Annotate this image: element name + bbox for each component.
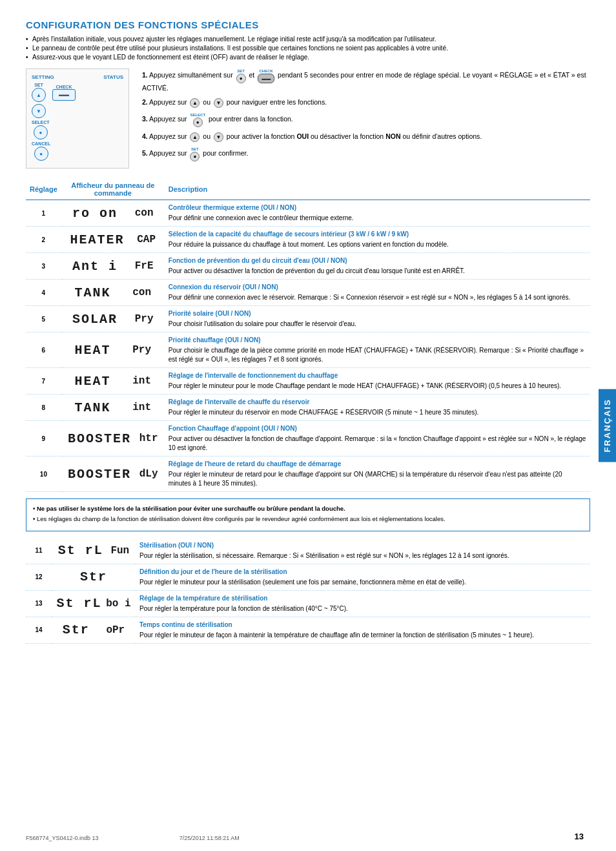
step-2: 2. Appuyez sur ▲ ou ▼ pour naviguer entr… — [142, 97, 590, 108]
display-cell: TANKcon — [65, 285, 161, 300]
down-button[interactable]: ▼ — [32, 104, 46, 118]
display-cell: St rLbo i — [56, 596, 132, 611]
table-row: 12StrDéfinition du jour et de l'heure de… — [26, 564, 590, 590]
row-description: Fonction Chauffage d'appoint (OUI / NON)… — [165, 421, 590, 456]
set-btn-inline: SET ● — [236, 68, 246, 83]
row-number: 8 — [26, 395, 61, 421]
intro-bullet-2: Le panneau de contrôle peut être utilisé… — [26, 45, 590, 52]
instructions-steps: 1. Appuyez simultanément sur SET ● et CH… — [142, 68, 590, 169]
table-row: 1ro onconContrôleur thermique externe (O… — [26, 200, 590, 227]
down-btn-inline-4: ▼ — [214, 132, 223, 142]
row-description: Réglage de l'intervalle de fonctionnemen… — [165, 368, 590, 395]
step-5: 5. Appuyez sur SET ● pour confirmer. — [142, 147, 590, 161]
step-3: 3. Appuyez sur SELECT ● pour entrer dans… — [142, 112, 590, 127]
steril-table: 11St rLFunStérilisation (OUI / NON)Pour … — [26, 538, 590, 644]
table-row: 6HEATPryPriorité chauffage (OUI / NON)Po… — [26, 333, 590, 368]
row-description: Temps continu de stérilisationPour régle… — [136, 617, 590, 643]
set-btn-label-top: SET — [34, 83, 43, 87]
row-number: 4 — [26, 280, 61, 306]
side-tab-francais: FRANÇAIS — [599, 389, 616, 462]
row-number: 7 — [26, 368, 61, 395]
row-description: Priorité chauffage (OUI / NON)Pour chois… — [165, 333, 590, 368]
row-number: 10 — [26, 456, 61, 492]
row-number: 13 — [26, 590, 52, 617]
page-title: CONFIGURATION DES FONCTIONS SPÉCIALES — [26, 19, 590, 30]
table-row: 2HEATERCAPSélection de la capacité du ch… — [26, 227, 590, 253]
table-row: 3Ant iFrEFonction de prévention du gel d… — [26, 253, 590, 280]
table-row: 4TANKconConnexion du réservoir (OUI / NO… — [26, 280, 590, 306]
row-description: Fonction de prévention du gel du circuit… — [165, 253, 590, 280]
row-number: 14 — [26, 617, 52, 643]
select-button[interactable]: ● — [34, 125, 48, 139]
check-button[interactable]: ▬▬ — [52, 89, 76, 101]
intro-bullets: Après l'installation initiale, vous pouv… — [26, 36, 590, 61]
display-cell: SOLARPry — [65, 312, 161, 327]
step-4: 4. Appuyez sur ▲ ou ▼ pour activer la fo… — [142, 132, 590, 142]
cancel-button[interactable]: ● — [34, 147, 48, 161]
row-number: 2 — [26, 227, 61, 253]
intro-bullet-1: Après l'installation initiale, vous pouv… — [26, 36, 590, 43]
step-1: 1. Appuyez simultanément sur SET ● et CH… — [142, 68, 590, 93]
display-cell: Ant iFrE — [65, 259, 161, 274]
row-description: Priorité solaire (OUI / NON)Pour choisir… — [165, 306, 590, 333]
row-description: Réglage de la température de stérilisati… — [136, 590, 590, 617]
row-number: 6 — [26, 333, 61, 368]
col-header-description: Description — [165, 179, 590, 200]
display-cell: StroPr — [56, 622, 132, 637]
row-description: Réglage de l'heure de retard du chauffag… — [165, 456, 590, 492]
up-btn-inline-2: ▲ — [190, 98, 200, 108]
row-number: 1 — [26, 200, 61, 227]
row-number: 5 — [26, 306, 61, 333]
set-btn-inline-5: SET ● — [190, 147, 200, 161]
warning-box: Ne pas utiliser le système lors de la st… — [26, 498, 590, 531]
row-number: 9 — [26, 421, 61, 456]
row-number: 3 — [26, 253, 61, 280]
row-description: Sélection de la capacité du chauffage de… — [165, 227, 590, 253]
display-cell: BOOSTERhtr — [65, 431, 161, 446]
display-cell: ro oncon — [65, 206, 161, 221]
up-btn-inline-4: ▲ — [190, 132, 200, 142]
table-row: 5SOLARPryPriorité solaire (OUI / NON)Pou… — [26, 306, 590, 333]
down-btn-inline-2: ▼ — [214, 98, 223, 108]
footer-text: F568774_YS0412-0.indb 13 7/25/2012 11:58… — [26, 835, 240, 841]
row-number: 11 — [26, 538, 52, 564]
display-cell: HEATint — [65, 374, 161, 389]
setting-label: SETTING — [32, 74, 54, 80]
set-button[interactable]: ▲ — [32, 88, 46, 102]
warning-line-2: Les réglages du champ de la fonction de … — [33, 515, 583, 523]
row-description: Définition du jour et de l'heure de la s… — [136, 564, 590, 590]
config-table: Réglage Afficheur du panneau de commande… — [26, 179, 590, 492]
check-btn-label: CHECK — [56, 85, 72, 89]
row-description: Connexion du réservoir (OUI / NON)Pour d… — [165, 280, 590, 306]
table-row: 13St rLbo iRéglage de la température de … — [26, 590, 590, 617]
table-row: 11St rLFunStérilisation (OUI / NON)Pour … — [26, 538, 590, 564]
col-header-afficheur: Afficheur du panneau de commande — [61, 179, 165, 200]
display-cell: HEATPry — [65, 343, 161, 358]
page-number: 13 — [575, 832, 584, 841]
row-description: Stérilisation (OUI / NON)Pour régler la … — [136, 538, 590, 564]
row-description: Réglage de l'intervalle de chauffe du ré… — [165, 395, 590, 421]
cancel-btn-label: CANCEL — [32, 141, 50, 146]
table-row: 10BOOSTERdLyRéglage de l'heure de retard… — [26, 456, 590, 492]
table-row: 7HEATintRéglage de l'intervalle de fonct… — [26, 368, 590, 395]
display-cell: HEATERCAP — [65, 232, 161, 247]
display-cell: St rLFun — [56, 543, 132, 558]
status-label: STATUS — [103, 74, 123, 80]
intro-bullet-3: Assurez-vous que le voyant LED de foncti… — [26, 54, 590, 61]
display-cell: BOOSTERdLy — [65, 467, 161, 482]
row-number: 12 — [26, 564, 52, 590]
select-btn-inline-3: SELECT ● — [190, 112, 205, 127]
display-cell: Str — [56, 569, 132, 584]
display-cell: TANKint — [65, 400, 161, 415]
table-row: 14StroPrTemps continu de stérilisationPo… — [26, 617, 590, 643]
col-header-reglage: Réglage — [26, 179, 61, 200]
table-row: 9BOOSTERhtrFonction Chauffage d'appoint … — [26, 421, 590, 456]
table-row: 8TANKintRéglage de l'intervalle de chauf… — [26, 395, 590, 421]
row-description: Contrôleur thermique externe (OUI / NON)… — [165, 200, 590, 227]
warning-line-1: Ne pas utiliser le système lors de la st… — [33, 504, 583, 513]
check-btn-inline: CHECK ▬▬ — [258, 68, 274, 83]
select-btn-label: SELECT — [32, 120, 50, 125]
panel-diagram: SETTING STATUS SET ▲ CHECK ▬▬ ▼ — [26, 68, 129, 169]
